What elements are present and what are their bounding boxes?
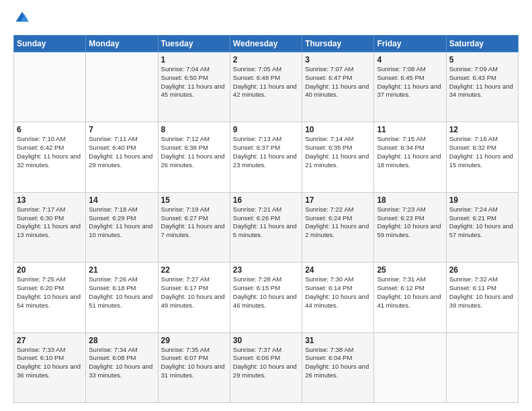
day-number: 6	[17, 125, 83, 134]
calendar-day: 7Sunrise: 7:11 AM Sunset: 6:40 PM Daylig…	[86, 122, 158, 192]
day-number: 27	[17, 336, 83, 345]
calendar-day: 5Sunrise: 7:09 AM Sunset: 6:43 PM Daylig…	[446, 52, 518, 122]
day-number: 10	[305, 125, 371, 134]
calendar-day: 30Sunrise: 7:37 AM Sunset: 6:06 PM Dayli…	[230, 332, 302, 402]
calendar-header-saturday: Saturday	[446, 36, 518, 52]
calendar-day: 18Sunrise: 7:23 AM Sunset: 6:23 PM Dayli…	[374, 192, 446, 262]
day-number: 1	[161, 55, 227, 64]
day-number: 9	[233, 125, 299, 134]
day-number: 22	[161, 265, 227, 275]
day-info: Sunrise: 7:31 AM Sunset: 6:12 PM Dayligh…	[377, 275, 443, 310]
day-number: 7	[89, 125, 154, 134]
day-info: Sunrise: 7:34 AM Sunset: 6:08 PM Dayligh…	[89, 346, 154, 380]
day-number: 30	[233, 336, 299, 345]
calendar-day: 17Sunrise: 7:22 AM Sunset: 6:24 PM Dayli…	[302, 192, 374, 262]
day-number: 16	[233, 195, 299, 205]
calendar-week-1: 1Sunrise: 7:04 AM Sunset: 6:50 PM Daylig…	[14, 52, 519, 122]
day-number: 28	[89, 336, 154, 345]
header	[13, 11, 519, 28]
calendar-week-4: 20Sunrise: 7:25 AM Sunset: 6:20 PM Dayli…	[14, 263, 519, 332]
day-info: Sunrise: 7:25 AM Sunset: 6:20 PM Dayligh…	[17, 275, 83, 310]
calendar-day	[374, 332, 446, 402]
calendar-day	[14, 52, 86, 122]
day-info: Sunrise: 7:08 AM Sunset: 6:45 PM Dayligh…	[377, 65, 443, 99]
day-info: Sunrise: 7:19 AM Sunset: 6:27 PM Dayligh…	[161, 205, 227, 240]
calendar-day: 15Sunrise: 7:19 AM Sunset: 6:27 PM Dayli…	[158, 192, 230, 262]
calendar-header-sunday: Sunday	[14, 36, 86, 52]
page: SundayMondayTuesdayWednesdayThursdayFrid…	[0, 0, 532, 411]
day-info: Sunrise: 7:09 AM Sunset: 6:43 PM Dayligh…	[449, 65, 515, 99]
day-number: 11	[377, 125, 443, 134]
calendar-day: 3Sunrise: 7:07 AM Sunset: 6:47 PM Daylig…	[302, 52, 374, 122]
calendar-header-row: SundayMondayTuesdayWednesdayThursdayFrid…	[14, 36, 519, 52]
day-number: 29	[161, 336, 227, 345]
day-number: 19	[449, 195, 515, 205]
calendar-header-friday: Friday	[374, 36, 446, 52]
calendar-day: 10Sunrise: 7:14 AM Sunset: 6:35 PM Dayli…	[302, 122, 374, 192]
day-info: Sunrise: 7:37 AM Sunset: 6:06 PM Dayligh…	[233, 346, 299, 380]
day-number: 23	[233, 265, 299, 275]
day-info: Sunrise: 7:15 AM Sunset: 6:34 PM Dayligh…	[377, 135, 443, 169]
calendar-day: 26Sunrise: 7:32 AM Sunset: 6:11 PM Dayli…	[446, 263, 518, 332]
day-number: 13	[17, 195, 83, 205]
day-info: Sunrise: 7:18 AM Sunset: 6:29 PM Dayligh…	[89, 205, 154, 240]
day-number: 5	[449, 55, 515, 64]
day-info: Sunrise: 7:28 AM Sunset: 6:15 PM Dayligh…	[233, 275, 299, 310]
calendar-day: 16Sunrise: 7:21 AM Sunset: 6:26 PM Dayli…	[230, 192, 302, 262]
day-number: 17	[305, 195, 371, 205]
calendar-day: 23Sunrise: 7:28 AM Sunset: 6:15 PM Dayli…	[230, 263, 302, 332]
day-number: 20	[17, 265, 83, 275]
calendar-day: 25Sunrise: 7:31 AM Sunset: 6:12 PM Dayli…	[374, 263, 446, 332]
day-number: 2	[233, 55, 299, 64]
day-info: Sunrise: 7:35 AM Sunset: 6:07 PM Dayligh…	[161, 346, 227, 380]
calendar-day: 6Sunrise: 7:10 AM Sunset: 6:42 PM Daylig…	[14, 122, 86, 192]
day-number: 14	[89, 195, 154, 205]
day-info: Sunrise: 7:13 AM Sunset: 6:37 PM Dayligh…	[233, 135, 299, 169]
calendar-day: 11Sunrise: 7:15 AM Sunset: 6:34 PM Dayli…	[374, 122, 446, 192]
calendar-day: 28Sunrise: 7:34 AM Sunset: 6:08 PM Dayli…	[86, 332, 158, 402]
day-info: Sunrise: 7:27 AM Sunset: 6:17 PM Dayligh…	[161, 275, 227, 310]
calendar-day: 20Sunrise: 7:25 AM Sunset: 6:20 PM Dayli…	[14, 263, 86, 332]
calendar-header-monday: Monday	[86, 36, 158, 52]
day-info: Sunrise: 7:38 AM Sunset: 6:04 PM Dayligh…	[305, 346, 371, 380]
calendar-day: 14Sunrise: 7:18 AM Sunset: 6:29 PM Dayli…	[86, 192, 158, 262]
calendar-day: 31Sunrise: 7:38 AM Sunset: 6:04 PM Dayli…	[302, 332, 374, 402]
logo	[13, 11, 31, 28]
calendar-day: 2Sunrise: 7:05 AM Sunset: 6:48 PM Daylig…	[230, 52, 302, 122]
day-info: Sunrise: 7:26 AM Sunset: 6:18 PM Dayligh…	[89, 275, 154, 310]
calendar-day	[446, 332, 518, 402]
day-info: Sunrise: 7:21 AM Sunset: 6:26 PM Dayligh…	[233, 205, 299, 240]
day-info: Sunrise: 7:11 AM Sunset: 6:40 PM Dayligh…	[89, 135, 154, 169]
calendar-day: 1Sunrise: 7:04 AM Sunset: 6:50 PM Daylig…	[158, 52, 230, 122]
calendar-day: 19Sunrise: 7:24 AM Sunset: 6:21 PM Dayli…	[446, 192, 518, 262]
day-number: 25	[377, 265, 443, 275]
day-number: 31	[305, 336, 371, 345]
calendar-header-thursday: Thursday	[302, 36, 374, 52]
day-info: Sunrise: 7:33 AM Sunset: 6:10 PM Dayligh…	[17, 346, 83, 380]
calendar-day: 22Sunrise: 7:27 AM Sunset: 6:17 PM Dayli…	[158, 263, 230, 332]
day-info: Sunrise: 7:04 AM Sunset: 6:50 PM Dayligh…	[161, 65, 227, 99]
day-info: Sunrise: 7:14 AM Sunset: 6:35 PM Dayligh…	[305, 135, 371, 169]
day-info: Sunrise: 7:32 AM Sunset: 6:11 PM Dayligh…	[449, 275, 515, 310]
calendar-table: SundayMondayTuesdayWednesdayThursdayFrid…	[13, 35, 519, 403]
day-number: 26	[449, 265, 515, 275]
day-number: 18	[377, 195, 443, 205]
day-info: Sunrise: 7:10 AM Sunset: 6:42 PM Dayligh…	[17, 135, 83, 169]
calendar-day: 4Sunrise: 7:08 AM Sunset: 6:45 PM Daylig…	[374, 52, 446, 122]
calendar-day: 13Sunrise: 7:17 AM Sunset: 6:30 PM Dayli…	[14, 192, 86, 262]
logo-icon	[15, 11, 30, 26]
calendar-day	[86, 52, 158, 122]
day-number: 24	[305, 265, 371, 275]
day-number: 4	[377, 55, 443, 64]
day-number: 8	[161, 125, 227, 134]
day-info: Sunrise: 7:16 AM Sunset: 6:32 PM Dayligh…	[449, 135, 515, 169]
calendar-header-tuesday: Tuesday	[158, 36, 230, 52]
calendar-week-2: 6Sunrise: 7:10 AM Sunset: 6:42 PM Daylig…	[14, 122, 519, 192]
day-info: Sunrise: 7:05 AM Sunset: 6:48 PM Dayligh…	[233, 65, 299, 99]
calendar-day: 8Sunrise: 7:12 AM Sunset: 6:38 PM Daylig…	[158, 122, 230, 192]
day-info: Sunrise: 7:12 AM Sunset: 6:38 PM Dayligh…	[161, 135, 227, 169]
calendar-week-3: 13Sunrise: 7:17 AM Sunset: 6:30 PM Dayli…	[14, 192, 519, 262]
calendar-day: 27Sunrise: 7:33 AM Sunset: 6:10 PM Dayli…	[14, 332, 86, 402]
day-number: 12	[449, 125, 515, 134]
day-info: Sunrise: 7:30 AM Sunset: 6:14 PM Dayligh…	[305, 275, 371, 310]
